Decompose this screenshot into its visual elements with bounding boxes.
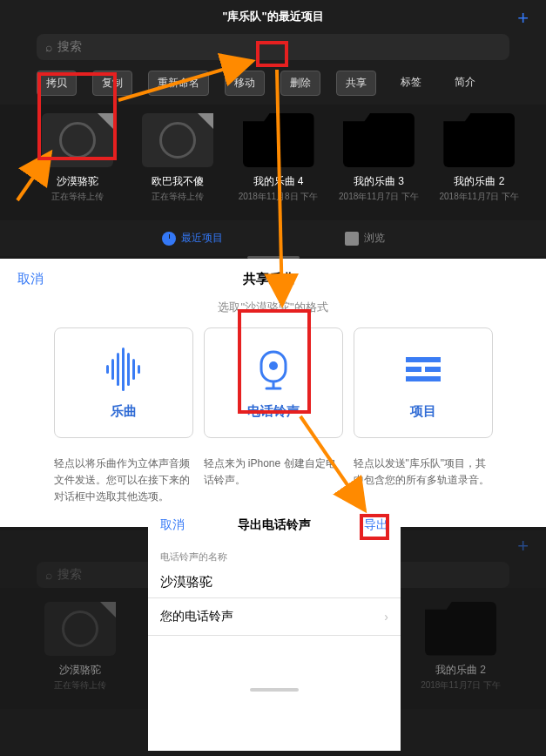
tab-browse-label: 浏览 xyxy=(364,231,385,246)
svg-point-0 xyxy=(269,361,278,370)
project-item[interactable]: 沙漠骆驼正在等待上传 xyxy=(37,602,124,692)
search-input[interactable]: ⌕ 搜索 xyxy=(37,34,509,60)
project-subtitle: 2018年11月7日 下午 xyxy=(338,191,419,203)
svg-rect-3 xyxy=(425,367,441,372)
share-title: 共享乐曲 xyxy=(243,271,295,287)
tab-browse[interactable]: 浏览 xyxy=(345,231,385,246)
card-description: 轻点以将乐曲作为立体声音频文件发送。您可以在接下来的对话框中选取其他选项。 xyxy=(54,456,193,506)
toolbar-拷贝[interactable]: 拷贝 xyxy=(37,71,77,96)
project-subtitle: 正在等待上传 xyxy=(137,191,218,203)
clock-icon xyxy=(162,232,176,246)
project-name: 沙漠骆驼 xyxy=(37,663,124,678)
svg-rect-4 xyxy=(406,376,441,381)
tab-recent[interactable]: 最近项目 xyxy=(162,231,223,246)
project-item[interactable]: 沙漠骆驼正在等待上传 xyxy=(37,113,118,203)
bell-icon xyxy=(213,348,334,391)
share-card-项目[interactable]: 项目 xyxy=(354,327,493,438)
cancel-button[interactable]: 取消 xyxy=(160,517,185,533)
project-name: 我的乐曲 2 xyxy=(439,174,520,189)
project-subtitle: 正在等待上传 xyxy=(37,679,124,692)
project-subtitle: 正在等待上传 xyxy=(37,191,118,203)
drag-handle[interactable] xyxy=(250,688,299,692)
folder-icon xyxy=(425,602,496,656)
project-subtitle: 2018年11月8日 下午 xyxy=(238,191,319,203)
export-sheet: 取消 导出电话铃声 导出 电话铃声的名称 沙漠骆驼 您的电话铃声 › xyxy=(148,507,401,751)
toolbar-简介[interactable]: 简介 xyxy=(446,71,484,96)
garageband-icon xyxy=(44,602,116,656)
project-name: 我的乐曲 2 xyxy=(417,663,504,678)
add-button[interactable]: + xyxy=(517,535,529,557)
card-description: 轻点来为 iPhone 创建自定电话铃声。 xyxy=(204,456,343,506)
folder-icon xyxy=(345,232,359,246)
share-card-电话铃声[interactable]: 电话铃声 xyxy=(204,327,343,438)
chevron-right-icon: › xyxy=(384,610,388,624)
folder-icon xyxy=(343,113,415,167)
project-subtitle: 2018年11月7日 下午 xyxy=(417,679,504,692)
project-item[interactable]: 我的乐曲 42018年11月8日 下午 xyxy=(238,113,319,203)
tab-recent-label: 最近项目 xyxy=(181,231,223,246)
toolbar-标签[interactable]: 标签 xyxy=(392,71,430,96)
svg-rect-2 xyxy=(406,367,421,372)
section-label: 电话铃声的名称 xyxy=(148,543,401,567)
search-icon: ⌕ xyxy=(45,40,52,54)
toolbar-重新命名[interactable]: 重新命名 xyxy=(148,71,209,96)
blocks-icon xyxy=(363,348,483,391)
export-button[interactable]: 导出 xyxy=(364,517,388,533)
search-placeholder: 搜索 xyxy=(57,567,82,583)
add-button[interactable]: + xyxy=(517,7,529,30)
garageband-icon xyxy=(142,113,213,167)
project-item[interactable]: 欧巴我不傻正在等待上传 xyxy=(137,113,218,203)
export-title: 导出电话铃声 xyxy=(238,517,311,533)
share-subtitle: 选取"沙漠骆驼"的格式 xyxy=(0,300,546,327)
project-item[interactable]: 我的乐曲 32018年11月7日 下午 xyxy=(338,113,419,203)
card-label: 项目 xyxy=(363,403,483,420)
card-description: 轻点以发送"库乐队"项目，其中包含您的所有多轨道录音。 xyxy=(354,456,493,506)
search-icon: ⌕ xyxy=(45,568,52,582)
project-subtitle: 2018年11月7日 下午 xyxy=(439,191,520,203)
garageband-icon xyxy=(42,113,113,167)
svg-rect-1 xyxy=(406,357,441,362)
toolbar-复制[interactable]: 复制 xyxy=(92,71,132,96)
waveform-icon xyxy=(64,348,184,391)
cancel-button[interactable]: 取消 xyxy=(17,271,44,287)
share-card-乐曲[interactable]: 乐曲 xyxy=(54,327,193,438)
your-ringtones-label: 您的电话铃声 xyxy=(160,609,233,624)
project-item[interactable]: 我的乐曲 22018年11月7日 下午 xyxy=(439,113,520,203)
toolbar-移动[interactable]: 移动 xyxy=(225,71,265,96)
search-placeholder: 搜索 xyxy=(57,39,82,55)
folder-icon xyxy=(443,113,515,167)
folder-icon xyxy=(243,113,314,167)
project-item[interactable]: 我的乐曲 22018年11月7日 下午 xyxy=(417,602,504,692)
card-label: 电话铃声 xyxy=(213,403,334,420)
card-label: 乐曲 xyxy=(64,403,184,420)
ringtone-name-field[interactable]: 沙漠骆驼 xyxy=(148,567,401,597)
your-ringtones-row[interactable]: 您的电话铃声 › xyxy=(148,597,401,636)
project-name: 沙漠骆驼 xyxy=(37,174,118,189)
toolbar-删除[interactable]: 删除 xyxy=(280,71,320,96)
toolbar-共享[interactable]: 共享 xyxy=(336,71,376,96)
page-title: "库乐队"的最近项目 xyxy=(222,10,323,23)
project-name: 欧巴我不傻 xyxy=(137,174,218,189)
project-name: 我的乐曲 3 xyxy=(338,174,419,189)
project-name: 我的乐曲 4 xyxy=(238,174,319,189)
